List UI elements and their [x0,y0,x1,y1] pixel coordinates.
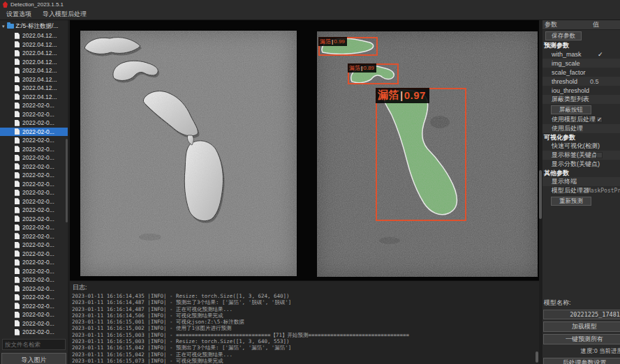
menu-item[interactable]: 设置选项 [6,10,31,19]
postprocess-settings-button[interactable]: 后处理参数设置 [543,358,620,364]
param-scale_factor[interactable]: scale_factor [542,68,620,77]
param-label: scale_factor [542,69,586,76]
param-model-postprocessor[interactable]: 模型后处理器MaskPostPro [542,186,620,195]
predict-all-button[interactable]: 一键预测所有 [543,334,620,344]
file-icon [15,146,20,152]
tree-item-label: 2022-02-0... [22,303,54,310]
log-line: 2023-01-11 16:16:15,001 |INFO| - 可视化json… [72,319,539,325]
tree-item-label: 2022-02-0... [22,215,54,222]
param-img_scale[interactable]: img_scale [542,59,620,68]
tree-item[interactable]: 2022.04.12... [0,84,68,93]
param-label: with_mask [542,51,582,58]
param-iou_threshold[interactable]: iou_threshold [542,86,620,95]
tree-item[interactable]: 2022-02-0... [0,180,68,189]
tree-root-label: Z:/5-标注数据/... [16,22,59,31]
file-icon [15,242,20,248]
log-scrollbar-thumb[interactable] [536,351,538,363]
tree-item-label: 2022-02-0... [22,233,54,240]
param-table-header: 参数 值 [542,20,620,30]
save-params-button[interactable]: 保存参数 [545,31,582,40]
tree-item[interactable]: 2022.04.12... [0,31,68,40]
right-image-with-detections[interactable]: 漏箔|0.99 漏箔|0.89 漏箔|0.97 [317,31,538,277]
detection-label: 漏箔|0.97 [376,88,429,103]
tree-item[interactable]: 2022-02-0... [0,319,68,328]
tree-item[interactable]: 2022-02-0... [0,171,68,180]
tree-item[interactable]: 2022-02-0... [0,153,68,162]
tree-item[interactable]: 2022.04.12... [0,75,68,84]
param-use-model-postprocess[interactable]: 使用模型后处理✓ [542,115,620,124]
menu-item[interactable]: 导入模型后处理 [43,10,87,19]
param-mask-button: 屏蔽按钮 [542,104,620,115]
param-checkbox[interactable] [596,152,603,158]
model-name-field[interactable]: 20221225_174813 [543,310,620,319]
tree-item[interactable]: 2022-02-0... [0,197,68,206]
tree-expand-icon[interactable]: ▾ [2,24,5,29]
param-show-labels-keypoint[interactable]: 显示标签(关键点) [542,151,620,160]
param-use-postprocess[interactable]: 使用后处理 [542,124,620,133]
tree-item[interactable]: 2022-02-0... [0,302,68,311]
param-rows: 保存参数预测参数with_mask✓img_scalescale_factort… [542,30,620,279]
tree-item[interactable]: 2022-02-0... [0,101,68,110]
tree-item[interactable]: 2022.04.12... [0,66,68,75]
tree-item[interactable]: 2022.04.12... [0,58,68,67]
tree-item-label: 2022-02-0... [22,128,54,135]
param-label: threshold [542,78,577,85]
window-title: Detection_2023.1.5.1 [10,1,64,8]
tree-item-label: 2022-02-0... [22,181,54,188]
log-line: 2023-01-11 16:16:14,487 |INFO| - 正在可视化预测… [72,306,539,312]
search-input[interactable] [2,339,66,350]
tree-item[interactable]: 2022.04.12... [0,49,68,58]
re-predict-button[interactable]: 重新预测 [551,197,591,206]
tree-root-folder[interactable]: ▾ Z:/5-标注数据/... [0,22,68,31]
param-value: ✓ [598,51,603,58]
load-model-button[interactable]: 加载模型 [543,321,620,332]
tree-item[interactable]: 2022-02-0... [0,328,68,336]
tree-item[interactable]: 2022-02-0... [0,162,68,172]
tree-item[interactable]: 2022-02-0... [0,258,68,267]
raw-image-graphics [80,31,297,276]
file-icon [15,120,20,126]
log-console: 日志: 2023-01-11 16:16:14,435 |INFO| - Res… [70,280,539,364]
param-label: 使用模型后处理 [542,115,596,124]
tree-item[interactable]: 2022-02-0... [0,215,68,224]
file-icon [15,111,20,117]
mask-button-button[interactable]: 屏蔽按钮 [551,105,591,114]
tree-item[interactable]: 2022-02-0... [0,136,68,145]
tree-item[interactable]: 2022-02-0... [0,285,68,294]
tree-item[interactable]: 2022-02-0... [0,119,68,128]
tree-item[interactable]: 2022.04.12... [0,93,68,102]
param-label: 显示分数(关键点) [542,160,600,169]
param-threshold[interactable]: threshold0.5 [542,77,620,86]
tree-item[interactable]: 2022-02-0... [0,188,68,197]
param-label: img_scale [542,60,580,67]
tree-item[interactable]: 2022-02-0... [0,250,68,259]
tree-item[interactable]: 2022-02-0... [0,232,68,241]
file-icon [15,103,20,109]
file-icon [15,277,20,283]
param-show-terminal[interactable]: 显示终端 [542,177,620,186]
tree-item[interactable]: 2022-02-0... [0,275,68,285]
param-with_mask[interactable]: with_mask✓ [542,50,620,59]
file-icon [15,225,20,231]
param-mask-type-list[interactable]: 屏蔽类型列表 [542,95,620,104]
param-checkbox[interactable]: ✓ [596,116,603,123]
tree-item[interactable]: 2022-02-0... [0,223,68,232]
tree-item[interactable]: 2022-02-0... [0,145,68,154]
tree-item[interactable]: 2022-02-0... [0,241,68,250]
film-grain [80,31,297,276]
param-fast-visualization[interactable]: 快速可视化(检测) [542,142,620,151]
sidebar-scrollbar-thumb[interactable] [66,139,68,222]
import-images-button[interactable]: 导入图片 [1,353,66,364]
tree-item[interactable]: 2022-02-0... [0,293,68,302]
tree-item[interactable]: 2022-02-0... [0,206,68,215]
parameter-panel: 参数 值 保存参数预测参数with_mask✓img_scalescale_fa… [542,20,620,364]
tree-item[interactable]: 2022-02-0... [0,110,68,119]
param-show-scores-keypoint[interactable]: 显示分数(关键点) [542,160,620,169]
tree-item[interactable]: 2022-02-0... [0,128,68,137]
tree-item[interactable]: 2022.04.12... [0,40,68,50]
viewer-scrollbar-thumb[interactable] [539,170,542,219]
tree-item-label: 2022-02-0... [22,146,54,153]
tree-item[interactable]: 2022-02-0... [0,267,68,276]
tree-item[interactable]: 2022-02-0... [0,310,68,319]
left-image[interactable] [80,31,297,276]
